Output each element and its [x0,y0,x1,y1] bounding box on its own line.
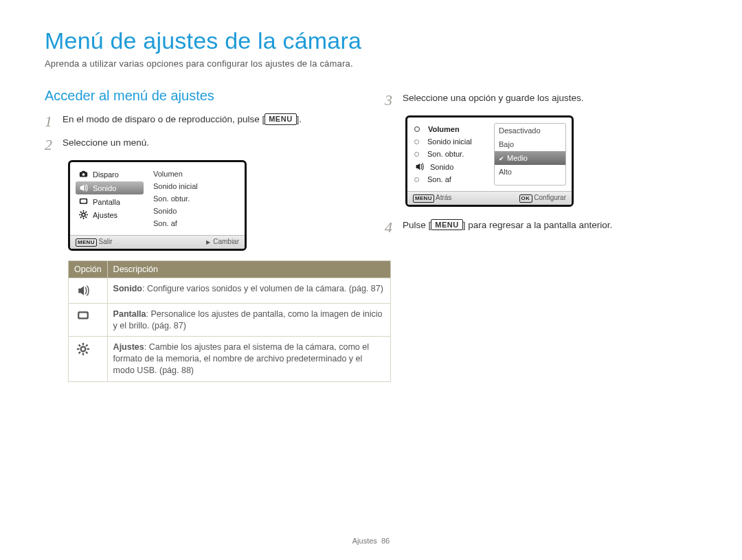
lcd-footer-right: OK Configurar [519,194,566,202]
step-1-text-pre: En el modo de disparo o de reproducción,… [63,114,265,124]
step-1-text-post: ]. [297,114,302,124]
menu-button-label: MENU [431,219,462,231]
submenu-volumen-selected: Volumen [413,123,490,135]
menu-item-ajustes: Ajustes [77,208,142,221]
submenu-son-af: Son. af [150,217,238,229]
sound-icon [78,183,89,192]
menu-item-sonido: Sonido [76,181,144,194]
sound-icon [414,162,425,171]
option-bajo: Bajo [495,137,565,151]
display-icon [78,197,89,206]
section-title: Acceder al menú de ajustes [45,88,357,104]
option-alto: Alto [495,165,565,179]
lcd-footer-left: MENU Atrás [413,194,451,202]
page-subtitle: Aprenda a utilizar varias opciones para … [45,58,697,69]
submenu-son-obtur: Son. obtur. [413,148,490,160]
step-3-text: Seleccione una opción y guarde los ajust… [403,92,697,109]
step-4-text-pre: Pulse [ [403,220,431,230]
menu-item-pantalla: Pantalla [77,195,142,208]
option-desactivado: Desactivado [495,124,565,137]
submenu-volumen: Volumen [150,168,238,180]
menu-item-disparo: Disparo [77,168,142,181]
lcd-footer-left: MENU Salir [76,238,113,246]
camera-icon [78,170,89,179]
step-2-text: Seleccione un menú. [63,137,357,153]
step-3: 3 Seleccione una opción y guarde los aju… [385,92,697,109]
submenu-son-obtur: Son. obtur. [150,192,238,205]
submenu-son-af: Son. af [413,173,490,186]
submenu-sonido-inicial: Sonido inicial [150,180,238,192]
camera-lcd-menu: Disparo Sonido Pantalla Ajustes [68,160,247,250]
step-number: 3 [385,92,403,109]
table-head-description: Descripción [107,260,390,278]
submenu-sonido: Sonido [413,160,490,173]
step-4: 4 Pulse [MENU] para regresar a la pantal… [385,219,697,236]
table-row: Sonido: Configure varios sonidos y el vo… [69,278,391,303]
table-row: Pantalla: Personalice los ajustes de pan… [69,303,391,337]
submenu-sonido: Sonido [150,205,238,217]
options-table: Opción Descripción Sonido: Configure var… [68,260,391,382]
page-footer: Ajustes 86 [0,537,742,545]
step-2: 2 Seleccione un menú. [45,137,357,153]
step-1: 1 En el modo de disparo o de reproducció… [45,113,357,130]
table-head-option: Opción [69,260,108,278]
step-4-text-post: ] para regresar a la pantalla anterior. [463,220,613,230]
step-number: 2 [45,137,63,153]
step-number: 1 [45,113,63,130]
menu-button-label: MENU [265,113,296,125]
step-number: 4 [385,219,403,236]
display-icon [74,309,92,324]
submenu-sonido-inicial: Sonido inicial [413,135,490,148]
lcd-footer-right: Cambiar [206,238,239,246]
option-medio-selected: Medio [495,151,565,165]
gear-icon [74,341,92,357]
table-row: Ajustes: Cambie los ajustes para el sist… [69,337,391,382]
page-title: Menú de ajustes de la cámara [45,27,697,54]
gear-icon [78,210,89,219]
sound-icon [74,283,92,298]
camera-lcd-volume: Volumen Sonido inicial Son. obtur. Sonid… [405,115,574,206]
